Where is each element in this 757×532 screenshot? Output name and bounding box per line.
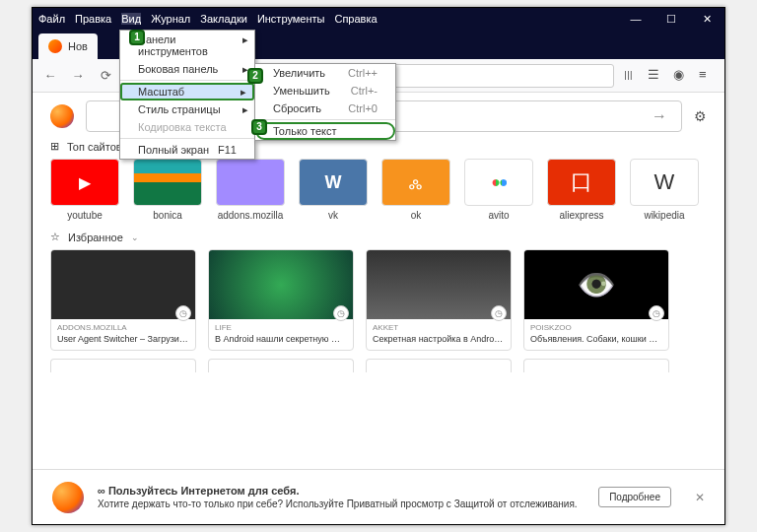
tile-label: addons.mozilla xyxy=(216,210,285,221)
menu-icon[interactable]: ≡ xyxy=(699,67,717,85)
card-image xyxy=(524,250,668,319)
menu-view[interactable]: Вид xyxy=(121,13,141,25)
tile-thumb: 口 xyxy=(547,159,616,206)
top-site-tile[interactable]: Wvk xyxy=(299,159,368,221)
banner-title: Пользуйтесь Интернетом для себя. xyxy=(108,485,300,497)
tile-thumb: W xyxy=(630,159,699,206)
tile-label: vk xyxy=(299,210,368,221)
section-highlights: Избранное xyxy=(68,232,123,243)
tile-label: wikipedia xyxy=(630,210,699,221)
menu-zoom[interactable]: Масштаб xyxy=(120,83,254,100)
menu-encoding: Кодировка текста xyxy=(120,118,254,136)
callout-badge-2: 2 xyxy=(247,68,263,84)
clock-icon: ◷ xyxy=(491,305,507,321)
learn-more-button[interactable]: Подробнее xyxy=(598,487,671,507)
menu-zoom-reset[interactable]: СброситьCtrl+0 xyxy=(255,100,395,117)
menu-zoom-in[interactable]: УвеличитьCtrl++ xyxy=(255,64,395,82)
window-minimize[interactable]: — xyxy=(618,13,654,25)
tile-label: ok xyxy=(381,210,450,221)
private-browsing-banner: ∞ Пользуйтесь Интернетом для себя. Хотит… xyxy=(33,469,724,524)
card-source: POISKZOO xyxy=(524,319,668,332)
card-placeholder xyxy=(366,359,512,372)
window-close[interactable]: ✕ xyxy=(689,13,724,26)
tile-thumb: ஃ xyxy=(381,159,450,206)
clock-icon: ◷ xyxy=(333,305,349,321)
menu-zoom-text-only[interactable]: Только текст xyxy=(255,122,395,140)
browser-tab[interactable]: Нов xyxy=(38,33,98,59)
card-title: User Agent Switcher – Загрузите … xyxy=(51,332,195,350)
tile-thumb xyxy=(216,159,285,206)
close-icon[interactable]: ✕ xyxy=(695,491,705,504)
clock-icon: ◷ xyxy=(649,305,664,321)
tile-label: youtube xyxy=(50,210,119,221)
menu-fullscreen[interactable]: Полный экранF11 xyxy=(120,141,254,159)
mask-icon: ∞ xyxy=(98,485,105,497)
grid-icon: ⊞ xyxy=(50,140,59,153)
highlights-row: ◷ADDONS.MOZILLAUser Agent Switcher – Заг… xyxy=(50,249,707,351)
gear-icon[interactable]: ⚙ xyxy=(694,108,707,124)
card-placeholder xyxy=(523,359,669,372)
top-site-tile[interactable]: bonica xyxy=(133,159,202,221)
card-image xyxy=(209,250,353,319)
tile-thumb: W xyxy=(299,159,368,206)
tile-thumb xyxy=(464,159,533,206)
menu-help[interactable]: Справка xyxy=(334,13,377,25)
menu-page-style[interactable]: Стиль страницы xyxy=(120,100,254,118)
window-maximize[interactable]: ☐ xyxy=(654,13,689,26)
card-placeholder xyxy=(208,359,354,372)
card-source: ADDONS.MOZILLA xyxy=(51,319,195,332)
card-source: AKKET xyxy=(367,319,511,332)
tab-title: Нов xyxy=(68,40,88,52)
menu-history[interactable]: Журнал xyxy=(151,13,190,25)
menu-edit[interactable]: Правка xyxy=(75,13,111,25)
top-site-tile[interactable]: youtube xyxy=(50,159,119,221)
card-title: В Android нашли секретную фун… xyxy=(209,332,353,350)
star-icon: ☆ xyxy=(50,231,60,243)
tile-thumb xyxy=(133,159,202,206)
menu-zoom-out[interactable]: УменьшитьCtrl+- xyxy=(255,82,395,100)
top-site-tile[interactable]: addons.mozilla xyxy=(216,159,285,221)
library-icon[interactable]: ⫼ xyxy=(622,67,640,85)
card-title: Объявления. Собаки, кошки и д… xyxy=(524,332,668,350)
arrow-right-icon: → xyxy=(652,107,667,125)
section-top-sites: Топ сайтов xyxy=(67,141,122,153)
card-placeholder xyxy=(50,359,196,372)
menubar: Файл Правка Вид Журнал Закладки Инструме… xyxy=(33,8,724,30)
menu-tools[interactable]: Инструменты xyxy=(257,13,325,25)
card-image xyxy=(51,250,195,319)
tile-thumb xyxy=(50,159,119,206)
callout-badge-1: 1 xyxy=(129,30,145,45)
highlight-card[interactable]: ◷LIFEВ Android нашли секретную фун… xyxy=(208,249,354,351)
card-title: Секретная настройка в Android з… xyxy=(367,332,511,350)
tile-label: avito xyxy=(464,210,533,221)
top-site-tile[interactable]: 口aliexpress xyxy=(547,159,616,221)
banner-body: Хотите держать что-то только при себе? И… xyxy=(98,499,585,509)
firefox-icon xyxy=(48,39,62,53)
top-site-tile[interactable]: avito xyxy=(464,159,533,221)
back-button[interactable]: ← xyxy=(40,66,60,86)
highlight-card[interactable]: ◷POISKZOOОбъявления. Собаки, кошки и д… xyxy=(523,249,669,351)
firefox-icon xyxy=(52,482,84,513)
zoom-submenu: УвеличитьCtrl++ УменьшитьCtrl+- Сбросить… xyxy=(254,63,396,141)
highlight-card[interactable]: ◷AKKETСекретная настройка в Android з… xyxy=(366,249,512,351)
firefox-logo xyxy=(50,104,74,128)
highlight-card[interactable]: ◷ADDONS.MOZILLAUser Agent Switcher – Заг… xyxy=(50,249,196,351)
menu-sidebar[interactable]: Боковая панель xyxy=(120,60,254,78)
tile-label: bonica xyxy=(133,210,202,221)
sidebar-icon[interactable]: ☰ xyxy=(648,67,665,85)
menu-file[interactable]: Файл xyxy=(38,13,65,25)
top-site-tile[interactable]: ஃok xyxy=(381,159,450,221)
tile-label: aliexpress xyxy=(547,210,616,221)
shield-icon[interactable]: ◉ xyxy=(673,67,691,85)
reload-button[interactable]: ⟳ xyxy=(96,66,115,86)
menu-bookmarks[interactable]: Закладки xyxy=(200,13,247,25)
view-menu-dropdown: Панели инструментов Боковая панель Масшт… xyxy=(119,30,255,160)
card-source: LIFE xyxy=(209,319,353,332)
top-site-tile[interactable]: Wwikipedia xyxy=(630,159,699,221)
chevron-down-icon[interactable]: ⌄ xyxy=(131,233,139,242)
callout-badge-3: 3 xyxy=(251,119,267,135)
top-sites-row: youtubebonicaaddons.mozillaWvkஃokavito口a… xyxy=(50,159,707,221)
forward-button[interactable]: → xyxy=(68,66,88,86)
clock-icon: ◷ xyxy=(175,305,191,321)
card-image xyxy=(367,250,511,319)
